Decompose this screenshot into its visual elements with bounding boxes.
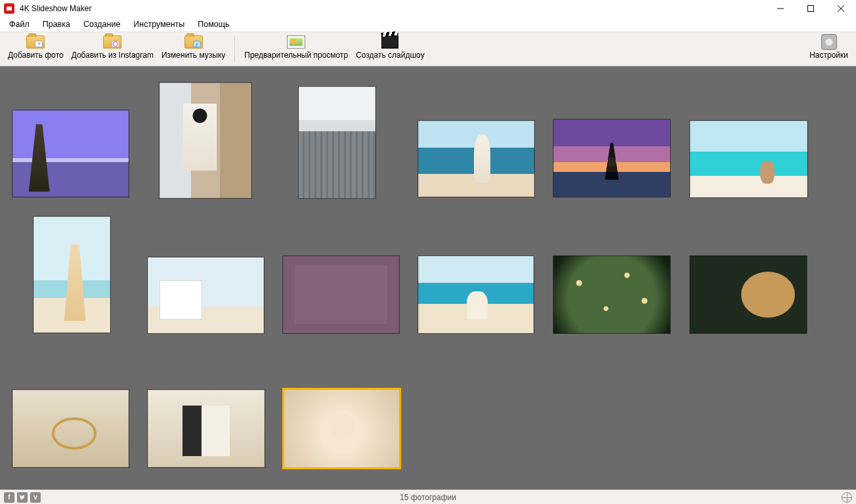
thumb-eiffel-tower[interactable]: [12, 110, 129, 198]
create-slideshow-button[interactable]: Создать слайдшоу: [352, 33, 428, 66]
clapper-icon: [380, 33, 400, 51]
thumb-merry-christmas-ornament[interactable]: [689, 255, 807, 334]
social-links: f v: [4, 492, 41, 503]
menu-tools[interactable]: Инструменты: [127, 18, 191, 30]
create-slideshow-label: Создать слайдшоу: [356, 51, 424, 60]
thumb-woman-interior[interactable]: [159, 82, 252, 199]
thumb-lifeguard-station[interactable]: [147, 257, 265, 334]
thumb-christmas-tree-bokeh[interactable]: [553, 255, 671, 334]
add-photo-button[interactable]: + Добавить фото: [4, 33, 68, 66]
preview-button[interactable]: Предварительный просмотр: [240, 33, 352, 66]
status-bar: f v 15 фотографии: [0, 490, 856, 504]
thumb-woman-beach-walk[interactable]: [417, 120, 535, 198]
thumb-city-skyline[interactable]: [298, 86, 376, 199]
preview-icon: [286, 33, 306, 51]
change-music-label: Изменить музыку: [161, 51, 225, 60]
minimize-button[interactable]: [765, 0, 796, 17]
menu-edit[interactable]: Правка: [36, 18, 77, 30]
folder-music-icon: ♪: [184, 33, 203, 51]
facebook-icon[interactable]: f: [4, 492, 14, 503]
preview-label: Предварительный просмотр: [244, 51, 348, 60]
app-icon: [4, 3, 14, 14]
add-photo-label: Добавить фото: [8, 51, 64, 60]
folder-instagram-icon: [102, 33, 122, 51]
close-button[interactable]: [826, 0, 856, 17]
toolbar-separator: [234, 36, 235, 62]
settings-button[interactable]: Настройки: [805, 33, 852, 66]
thumb-wedding-rings[interactable]: [12, 389, 129, 468]
folder-plus-icon: +: [26, 33, 45, 51]
thumb-family-portrait[interactable]: [282, 255, 400, 334]
menu-help[interactable]: Помощь: [191, 18, 236, 30]
menu-create[interactable]: Создание: [77, 18, 127, 30]
thumb-woman-kneeling-beach[interactable]: [33, 216, 111, 333]
title-bar: 4K Slideshow Maker: [0, 0, 856, 17]
maximize-button[interactable]: [796, 0, 826, 17]
vimeo-icon[interactable]: v: [30, 492, 41, 503]
photo-count: 15 фотографии: [400, 493, 456, 502]
thumb-sunset-silhouette[interactable]: [553, 119, 671, 198]
thumb-baby-photo[interactable]: [282, 388, 401, 469]
gear-icon: [819, 33, 839, 51]
thumb-woman-turquoise-beach[interactable]: [689, 120, 808, 198]
settings-label: Настройки: [809, 51, 848, 60]
photo-grid[interactable]: [0, 66, 856, 490]
svg-rect-0: [808, 6, 814, 12]
thumb-woman-hat-beach[interactable]: [417, 255, 534, 334]
add-instagram-button[interactable]: Добавить из Instagram: [68, 33, 158, 66]
app-title: 4K Slideshow Maker: [20, 4, 91, 13]
menu-bar: Файл Правка Создание Инструменты Помощь: [0, 17, 856, 32]
globe-icon[interactable]: [842, 492, 852, 503]
thumb-wedding-couple[interactable]: [147, 389, 265, 468]
add-instagram-label: Добавить из Instagram: [72, 51, 154, 60]
toolbar: + Добавить фото Добавить из Instagram ♪ …: [0, 32, 856, 66]
twitter-icon[interactable]: [17, 492, 28, 503]
change-music-button[interactable]: ♪ Изменить музыку: [158, 33, 229, 66]
menu-file[interactable]: Файл: [3, 18, 36, 30]
